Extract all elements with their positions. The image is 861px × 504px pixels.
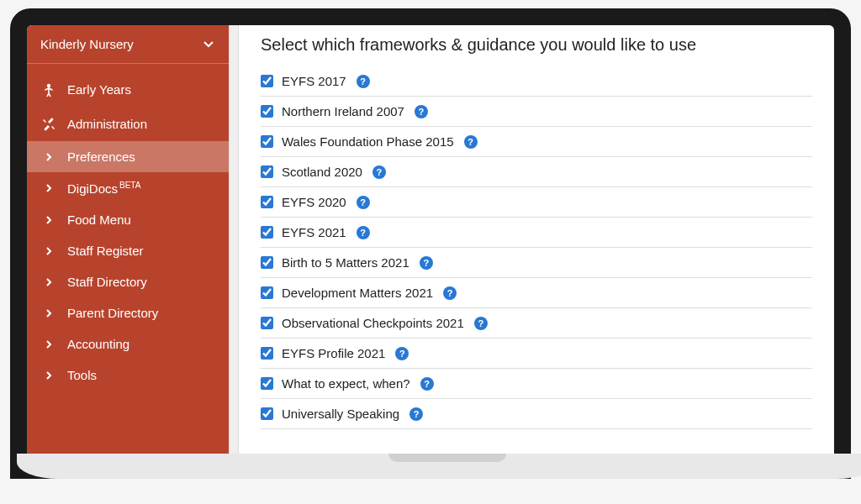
help-icon[interactable]: ? (395, 347, 409, 360)
chevron-right-icon (42, 309, 55, 318)
framework-checkbox[interactable] (261, 105, 273, 118)
chevron-right-icon (42, 247, 55, 255)
framework-label: Birth to 5 Matters 2021 (282, 255, 409, 270)
framework-checkbox[interactable] (261, 165, 273, 178)
framework-label: EYFS 2020 (282, 195, 346, 209)
framework-checkbox[interactable] (261, 135, 273, 148)
help-icon[interactable]: ? (420, 377, 434, 391)
sidebar-subitem-label: Staff Register (67, 244, 144, 258)
framework-label: EYFS 2017 (282, 74, 346, 88)
framework-item: EYFS Profile 2021 ? (261, 339, 812, 369)
org-switcher[interactable]: Kinderly Nursery (27, 25, 229, 64)
sidebar-subitem-tools[interactable]: Tools (27, 360, 229, 391)
framework-label: Universally Speaking (282, 407, 399, 421)
framework-item: Northern Ireland 2007 ? (261, 97, 812, 127)
laptop-notch (388, 454, 506, 462)
sidebar-subitem-staff-directory[interactable]: Staff Directory (27, 266, 229, 297)
framework-checkbox[interactable] (261, 347, 273, 360)
sidebar-subitem-parent-directory[interactable]: Parent Directory (27, 297, 229, 328)
sidebar-subitem-preferences[interactable]: Preferences (27, 141, 229, 172)
framework-checkbox[interactable] (261, 256, 273, 269)
framework-item: Observational Checkpoints 2021 ? (261, 308, 812, 339)
app-window: Kinderly Nursery Early Years Administra (27, 25, 834, 454)
framework-item: EYFS 2017 ? (261, 66, 812, 97)
sidebar-nav: Early Years Administration Preferences (27, 64, 229, 391)
framework-checkbox[interactable] (261, 407, 273, 420)
help-icon[interactable]: ? (357, 75, 370, 88)
framework-item: Development Matters 2021 ? (261, 278, 812, 308)
sidebar-subitem-digidocs[interactable]: DigiDocsBETA (27, 172, 229, 204)
org-name: Kinderly Nursery (40, 37, 134, 51)
help-icon[interactable]: ? (474, 317, 488, 330)
sidebar-item-label: Early Years (67, 82, 131, 97)
sidebar-item-early-years[interactable]: Early Years (27, 72, 229, 107)
help-icon[interactable]: ? (372, 165, 386, 179)
sidebar-item-label: Administration (67, 117, 147, 131)
sidebar-subitem-food-menu[interactable]: Food Menu (27, 204, 229, 235)
help-icon[interactable]: ? (443, 286, 457, 300)
chevron-right-icon (42, 153, 55, 161)
help-icon[interactable]: ? (409, 407, 423, 421)
chevron-right-icon (42, 371, 55, 380)
framework-item: Wales Foundation Phase 2015 ? (261, 127, 812, 157)
framework-label: Scotland 2020 (282, 165, 362, 179)
sidebar-subitem-label: Tools (67, 368, 97, 382)
framework-label: EYFS Profile 2021 (282, 346, 385, 360)
framework-label: What to expect, when? (282, 376, 410, 391)
sidebar-subitem-label: Parent Directory (67, 306, 158, 320)
chevron-right-icon (42, 184, 55, 192)
framework-item: EYFS 2021 ? (261, 218, 812, 248)
help-icon[interactable]: ? (357, 196, 370, 209)
framework-checkbox[interactable] (261, 286, 273, 299)
laptop-base (17, 454, 861, 479)
framework-checkbox[interactable] (261, 377, 273, 390)
framework-item: EYFS 2020 ? (261, 187, 812, 218)
beta-badge: BETA (119, 181, 140, 190)
sidebar-subnav: Preferences DigiDocsBETA (27, 141, 229, 391)
chevron-right-icon (42, 216, 55, 224)
chevron-down-icon (202, 41, 215, 48)
framework-item: Birth to 5 Matters 2021 ? (261, 248, 812, 278)
help-icon[interactable]: ? (420, 256, 433, 270)
page-title: Select which frameworks & guidance you w… (261, 35, 812, 55)
sidebar-subitem-label: DigiDocsBETA (67, 181, 140, 196)
framework-item: Scotland 2020 ? (261, 157, 812, 187)
sidebar-subitem-accounting[interactable]: Accounting (27, 328, 229, 360)
framework-checkbox[interactable] (261, 196, 273, 208)
sidebar-item-administration[interactable]: Administration (27, 107, 229, 141)
framework-label: Northern Ireland 2007 (282, 104, 404, 118)
svg-point-0 (47, 83, 50, 87)
help-icon[interactable]: ? (357, 226, 370, 239)
sidebar-subitem-label: Preferences (67, 150, 135, 164)
chevron-right-icon (42, 340, 55, 349)
chevron-right-icon (42, 278, 55, 286)
sidebar-subitem-label: Food Menu (67, 213, 131, 227)
child-icon (42, 83, 55, 97)
framework-list: EYFS 2017 ? Northern Ireland 2007 ? Wale… (261, 66, 812, 429)
scrollbar[interactable] (229, 25, 239, 454)
help-icon[interactable]: ? (415, 105, 428, 118)
help-icon[interactable]: ? (464, 135, 478, 149)
framework-item: Universally Speaking ? (261, 399, 812, 429)
framework-label: EYFS 2021 (282, 225, 346, 239)
sidebar-subitem-label: Staff Directory (67, 275, 147, 289)
framework-checkbox[interactable] (261, 226, 273, 239)
laptop-frame: Kinderly Nursery Early Years Administra (10, 8, 851, 479)
sidebar-subitem-staff-register[interactable]: Staff Register (27, 235, 229, 266)
framework-label: Wales Foundation Phase 2015 (282, 134, 454, 149)
sidebar-subitem-label: Accounting (67, 337, 129, 351)
framework-checkbox[interactable] (261, 75, 273, 87)
framework-label: Development Matters 2021 (282, 286, 433, 300)
sidebar: Kinderly Nursery Early Years Administra (27, 25, 229, 454)
tools-icon (42, 118, 55, 131)
framework-item: What to expect, when? ? (261, 369, 812, 399)
main-content: Select which frameworks & guidance you w… (239, 25, 834, 454)
framework-checkbox[interactable] (261, 317, 273, 329)
framework-label: Observational Checkpoints 2021 (282, 316, 464, 330)
